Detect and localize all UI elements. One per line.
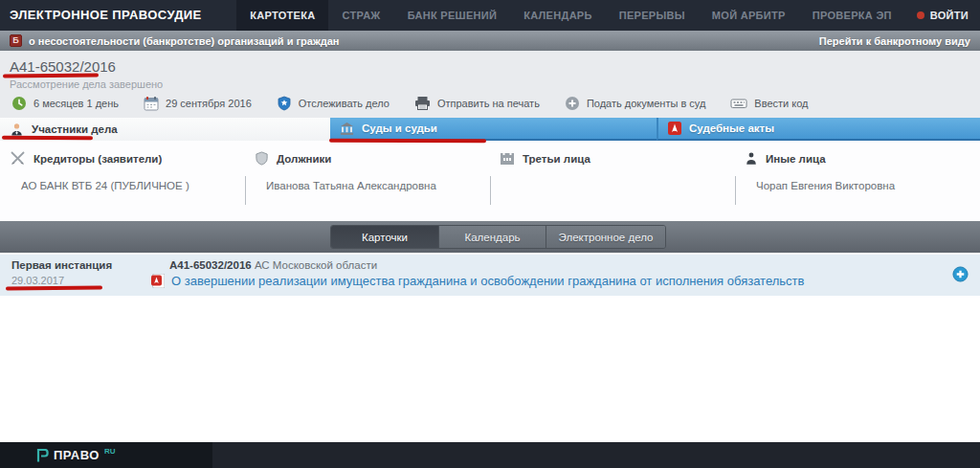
other-party-name: Чорап Евгения Викторовна xyxy=(756,180,895,191)
tab-judicial-acts-label: Судебные акты xyxy=(689,123,774,134)
row-case-line: А41-65032/2016 АС Московской области xyxy=(169,259,377,271)
judicial-act-link[interactable]: О завершении реализации имущества гражда… xyxy=(151,274,804,288)
view-electronic-case-button[interactable]: Электронное дело xyxy=(546,226,665,248)
switch-to-bankruptcy-view-link[interactable]: Перейти к банкротному виду xyxy=(819,35,970,47)
instance-label: Первая инстанция xyxy=(11,259,112,271)
nav-item-strazh[interactable]: СТРАЖ xyxy=(328,0,393,31)
nav-item-bank-resheniy[interactable]: БАНК РЕШЕНИЙ xyxy=(394,0,511,31)
pdf-icon xyxy=(151,274,165,288)
creditors-column: Кредиторы (заявители) АО БАНК ВТБ 24 (ПУ… xyxy=(0,141,245,221)
case-start-date-label: 29 сентября 2016 xyxy=(166,98,252,109)
view-switcher-bar: Карточки Календарь Электронное дело xyxy=(0,221,980,253)
subbar-title: о несостоятельности (банкротстве) органи… xyxy=(29,35,339,47)
participants-panel: Кредиторы (заявители) АО БАНК ВТБ 24 (ПУ… xyxy=(0,141,980,221)
nav-item-pereryvy[interactable]: ПЕРЕРЫВЫ xyxy=(606,0,699,31)
print-label: Отправить на печать xyxy=(437,98,540,109)
file-documents-label: Подать документы в суд xyxy=(587,98,705,109)
case-toolbar: 6 месяцев 1 день 29 сентября 2016 Отслеж… xyxy=(11,93,809,114)
footer: ПРАВО RU xyxy=(0,442,980,468)
pravo-logo-icon xyxy=(36,449,49,462)
expand-plus-icon[interactable] xyxy=(952,266,969,282)
case-number: А41-65032/2016 xyxy=(10,58,116,75)
annotation-underline-tab-participants xyxy=(2,136,93,141)
plus-circle-icon xyxy=(565,96,580,111)
pdf-icon xyxy=(668,122,681,135)
view-cards-button[interactable]: Карточки xyxy=(331,226,438,248)
login-label: ВОЙТИ xyxy=(930,10,969,21)
other-parties-header: Иные лица xyxy=(766,153,826,165)
enter-code-label: Ввести код xyxy=(754,98,808,109)
code-entry-icon xyxy=(730,96,747,111)
creditor-name: АО БАНК ВТБ 24 (ПУБЛИЧНОЕ ) xyxy=(21,180,189,191)
person-silhouette-icon xyxy=(745,151,758,166)
annotation-underline-tab-courts xyxy=(329,139,486,144)
watch-shield-icon xyxy=(277,96,292,111)
file-documents-button[interactable]: Подать документы в суд xyxy=(565,96,705,111)
case-start-date-item: 29 сентября 2016 xyxy=(144,96,252,111)
view-calendar-button[interactable]: Календарь xyxy=(438,226,546,248)
view-switcher: Карточки Календарь Электронное дело xyxy=(330,225,666,249)
tab-participants-label: Участники дела xyxy=(32,123,118,135)
courthouse-icon xyxy=(340,122,354,136)
app-title: ЭЛЕКТРОННОЕ ПРАВОСУДИЕ xyxy=(0,0,236,31)
top-nav: ЭЛЕКТРОННОЕ ПРАВОСУДИЕ КАРТОТЕКА СТРАЖ Б… xyxy=(0,0,980,31)
nav-item-kartoteka[interactable]: КАРТОТЕКА xyxy=(236,0,328,31)
case-instance-row: Первая инстанция 29.03.2017 А41-65032/20… xyxy=(0,255,980,296)
debtors-header: Должники xyxy=(277,153,331,165)
status-dot-icon xyxy=(917,11,924,19)
case-status: Рассмотрение дела завершено xyxy=(10,78,163,90)
case-duration-item: 6 месяцев 1 день xyxy=(11,96,119,111)
calendar-icon xyxy=(144,96,159,111)
debtor-name: Иванова Татьяна Александровна xyxy=(266,180,436,191)
castle-icon xyxy=(500,151,515,166)
pravo-logo[interactable]: ПРАВО RU xyxy=(0,442,212,468)
shield-icon xyxy=(255,151,269,166)
watch-case-button[interactable]: Отслеживать дело xyxy=(277,96,390,111)
tab-courts-judges[interactable]: Суды и судьи xyxy=(330,118,657,141)
footer-logo-suffix: RU xyxy=(104,447,116,456)
enter-code-button[interactable]: Ввести код xyxy=(730,96,808,111)
case-duration-label: 6 месяцев 1 день xyxy=(33,98,119,109)
nav-item-moy-arbitr[interactable]: МОЙ АРБИТР xyxy=(699,0,799,31)
print-button[interactable]: Отправить на печать xyxy=(414,96,540,111)
crossed-swords-icon xyxy=(10,151,26,166)
tab-judicial-acts[interactable]: Судебные акты xyxy=(657,118,980,141)
case-header: А41-65032/2016 Рассмотрение дела заверше… xyxy=(0,51,980,118)
duration-clock-icon xyxy=(11,96,27,111)
login-button[interactable]: ВОЙТИ xyxy=(905,0,980,31)
case-tabs: Участники дела Суды и судьи Судебные акт… xyxy=(0,118,980,141)
other-parties-column: Иные лица Чорап Евгения Викторовна xyxy=(735,141,980,221)
creditors-header: Кредиторы (заявители) xyxy=(33,153,162,165)
nav-item-proverka-ep[interactable]: ПРОВЕРКА ЭП xyxy=(799,0,905,31)
row-case-number: А41-65032/2016 xyxy=(169,259,252,271)
row-court-name: АС Московской области xyxy=(255,259,377,271)
tab-courts-judges-label: Суды и судьи xyxy=(362,123,437,134)
watch-case-label: Отслеживать дело xyxy=(299,98,390,109)
debtors-column: Должники Иванова Татьяна Александровна xyxy=(245,141,490,221)
third-parties-header: Третьи лица xyxy=(523,153,590,165)
judicial-act-title: О завершении реализации имущества гражда… xyxy=(171,274,804,288)
bankruptcy-badge-icon: Б xyxy=(10,34,22,47)
footer-logo-text: ПРАВО xyxy=(54,448,100,462)
nav-item-kalendar[interactable]: КАЛЕНДАРЬ xyxy=(510,0,606,31)
printer-icon xyxy=(414,96,431,111)
third-parties-column: Третьи лица xyxy=(490,141,735,221)
bankruptcy-subbar: Б о несостоятельности (банкротстве) орга… xyxy=(0,31,980,51)
instance-date: 29.03.2017 xyxy=(11,275,64,286)
person-icon xyxy=(10,123,24,137)
